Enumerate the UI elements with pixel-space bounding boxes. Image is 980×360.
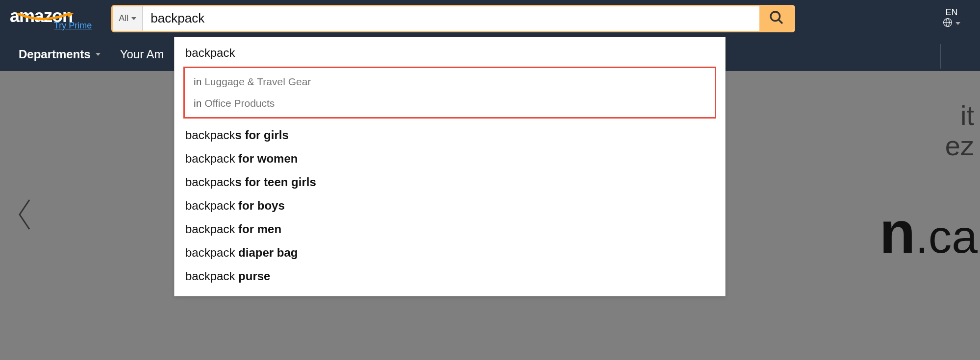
departments-label: Departments xyxy=(19,48,91,61)
nav-divider xyxy=(940,44,941,69)
caret-down-icon xyxy=(96,53,101,56)
hero-brand-fragment: n.ca xyxy=(879,198,978,266)
suggestion-item[interactable]: backpack for women xyxy=(175,147,725,170)
search-icon xyxy=(769,10,784,27)
top-nav: amazon Try Prime All EN xyxy=(0,0,980,37)
language-selector[interactable]: EN xyxy=(933,7,970,30)
suggestion-item[interactable]: backpack purse xyxy=(175,264,725,288)
suggestion-item[interactable]: backpacks for girls xyxy=(175,123,725,147)
suggestion-item[interactable]: backpack xyxy=(175,41,725,65)
amazon-smile-icon xyxy=(16,13,75,25)
caret-down-icon xyxy=(131,17,136,20)
carousel-prev-arrow[interactable] xyxy=(15,195,34,236)
category-suggestion[interactable]: in Luggage & Travel Gear xyxy=(185,71,715,93)
search-input[interactable] xyxy=(143,6,759,31)
suggestion-item[interactable]: backpack for boys xyxy=(175,194,725,217)
hero-text-fragment: it ez xyxy=(945,100,974,161)
your-amazon-link[interactable]: Your Am xyxy=(120,48,164,61)
search-bar: All xyxy=(111,5,795,32)
search-button[interactable] xyxy=(759,6,794,31)
svg-line-1 xyxy=(779,20,782,24)
svg-point-0 xyxy=(771,12,780,21)
category-suggestions-highlight: in Luggage & Travel Gear in Office Produ… xyxy=(183,67,716,119)
caret-down-icon xyxy=(955,22,960,25)
suggestion-item[interactable]: backpack for men xyxy=(175,217,725,241)
search-category-label: All xyxy=(119,13,128,24)
globe-icon xyxy=(943,18,953,30)
suggestion-item[interactable]: backpack diaper bag xyxy=(175,241,725,264)
logo-area[interactable]: amazon Try Prime xyxy=(10,6,92,31)
departments-menu[interactable]: Departments xyxy=(19,48,101,61)
search-suggestions-dropdown: backpack in Luggage & Travel Gear in Off… xyxy=(174,37,726,296)
category-suggestion[interactable]: in Office Products xyxy=(185,93,715,114)
amazon-logo[interactable]: amazon xyxy=(10,6,73,26)
search-category-dropdown[interactable]: All xyxy=(113,6,143,31)
language-code: EN xyxy=(945,7,957,18)
suggestion-item[interactable]: backpacks for teen girls xyxy=(175,170,725,194)
